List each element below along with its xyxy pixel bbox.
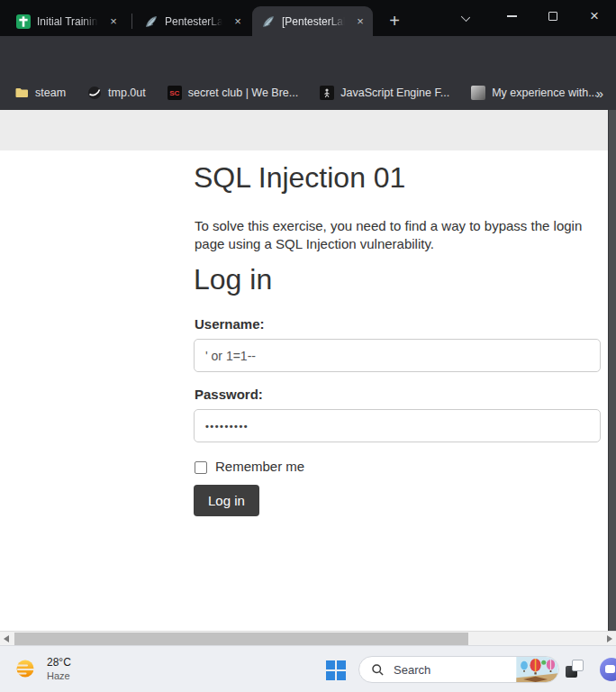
new-tab-button[interactable]: + [382, 8, 407, 33]
bookmark-tmp0ut[interactable]: tmp.0ut [87, 86, 146, 100]
tab-close-icon[interactable]: × [353, 14, 367, 29]
task-view-button[interactable] [566, 660, 585, 678]
photo-icon [471, 86, 485, 100]
bookmark-label: JavaScript Engine F... [340, 86, 449, 99]
window-minimize-button[interactable] [498, 5, 525, 27]
tab-title: Initial Trainin [37, 15, 100, 28]
taskbar-search[interactable]: Search [358, 656, 559, 683]
search-daily-image [516, 657, 558, 682]
tab-search-chevron-icon[interactable] [461, 13, 470, 22]
tab-initial-training[interactable]: Initial Trainin × [7, 7, 126, 36]
bookmark-secret-club[interactable]: SC secret club | We Bre... [168, 86, 299, 100]
sc-logo-icon: SC [168, 86, 182, 100]
maximize-icon [548, 12, 557, 21]
search-placeholder: Search [394, 663, 430, 677]
window-close-button[interactable]: × [581, 5, 608, 27]
horizontal-scrollbar[interactable] [0, 631, 616, 645]
tab-strip: Initial Trainin × PentesterLab × [Pentes… [0, 0, 616, 36]
bookmarks-bar: steam tmp.0ut SC secret club | We Bre...… [0, 76, 616, 110]
remember-me-label: Remember me [215, 459, 304, 474]
windows-start-button[interactable] [326, 660, 345, 679]
feather-favicon-icon [144, 14, 159, 29]
login-button[interactable]: Log in [194, 485, 259, 516]
bookmark-steam[interactable]: steam [14, 86, 66, 100]
minimize-icon [507, 15, 517, 17]
tab-title: PentesterLab [165, 15, 224, 28]
window-maximize-button[interactable] [539, 5, 566, 27]
tab-pentesterlab[interactable]: PentesterLab × [135, 7, 250, 36]
password-input[interactable] [194, 409, 601, 442]
page-content: SQL Injection 01 To solve this exercise,… [0, 150, 616, 631]
password-label: Password: [195, 387, 263, 402]
tab-close-icon[interactable]: × [106, 14, 121, 29]
page-header-band [0, 110, 616, 150]
task-view-front-square-icon [572, 660, 584, 671]
username-input[interactable] [194, 339, 601, 372]
username-label: Username: [195, 316, 265, 332]
bookmark-label: steam [35, 86, 66, 99]
exercise-description: To solve this exercise, you need to find… [195, 217, 614, 253]
figure-icon [320, 86, 334, 100]
bookmark-js-engine[interactable]: JavaScript Engine F... [320, 86, 449, 100]
tab-pentesterlab-active[interactable]: [PentesterLab × [252, 6, 373, 36]
tab-close-icon[interactable]: × [231, 14, 245, 29]
screen: Initial Trainin × PentesterLab × [Pentes… [0, 0, 616, 692]
bookmarks-overflow-chevron[interactable]: » [596, 86, 603, 101]
scroll-left-arrow-icon[interactable] [4, 635, 9, 642]
remember-me-checkbox[interactable] [195, 461, 207, 474]
globe-icon [87, 86, 102, 100]
horizontal-scrollbar-thumb[interactable] [14, 633, 468, 645]
bookmark-label: My experience with... [492, 86, 597, 99]
weather-temperature: 28°C [47, 656, 71, 669]
feather-favicon-icon [261, 14, 276, 29]
bookmark-label: secret club | We Bre... [188, 86, 299, 99]
tab-title: [PentesterLab [282, 15, 347, 28]
search-icon [370, 662, 385, 678]
scroll-right-arrow-icon[interactable] [607, 635, 612, 642]
weather-condition: Haze [47, 670, 71, 681]
login-heading: Log in [194, 263, 272, 296]
page-title: SQL Injection 01 [194, 161, 405, 195]
weather-widget[interactable]: 28°C Haze [13, 656, 71, 681]
vertical-scrollbar[interactable] [608, 110, 616, 631]
green-cross-favicon-icon [16, 14, 31, 29]
browser-toolbar: ← → Not secure http://ptl-e604586208... … [0, 36, 616, 76]
haze-sun-icon [13, 656, 38, 681]
bookmark-my-experience[interactable]: My experience with... [471, 86, 597, 100]
bookmark-label: tmp.0ut [108, 86, 146, 99]
folder-icon [14, 86, 29, 100]
tab-separator [131, 14, 132, 29]
